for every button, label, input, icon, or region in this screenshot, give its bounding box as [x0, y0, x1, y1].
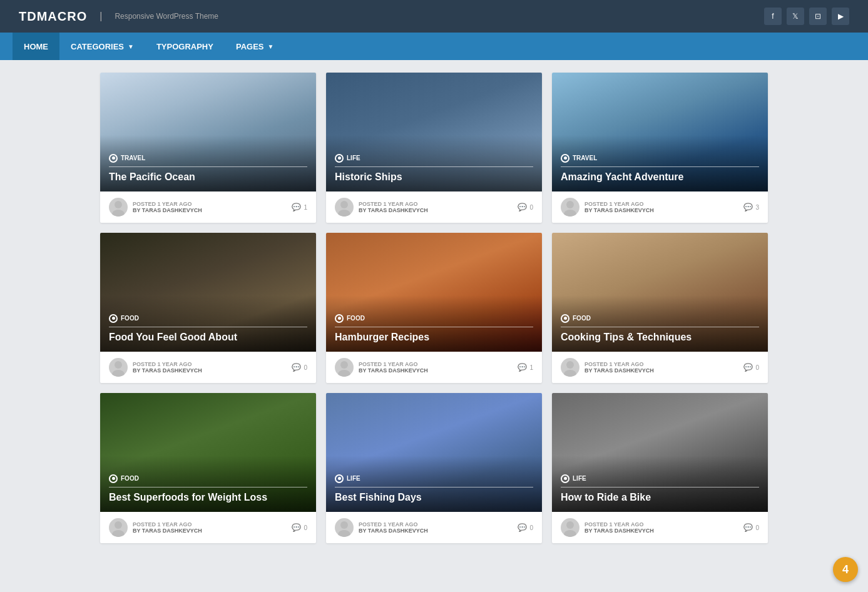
- posted-label: POSTED 1 YEAR AGO: [585, 201, 654, 207]
- comment-count: 0: [529, 524, 533, 531]
- card-title-divider: [109, 327, 307, 327]
- author-name: BY TARAS DASHKEVYCH: [133, 367, 202, 374]
- avatar: [109, 518, 128, 537]
- author-name: BY TARAS DASHKEVYCH: [585, 528, 654, 534]
- card-title: Best Fishing Days: [335, 491, 533, 503]
- category-dot-icon: [561, 474, 569, 483]
- nav-categories[interactable]: CATEGORIES ▼: [59, 33, 145, 60]
- author-name: BY TARAS DASHKEVYCH: [359, 528, 428, 534]
- card-title: The Pacific Ocean: [109, 171, 307, 183]
- category-label: FOOD: [121, 315, 139, 322]
- svg-point-1: [112, 210, 125, 217]
- card-item[interactable]: LIFE How to Ride a Bike POSTED 1 YEAR AG…: [552, 393, 768, 543]
- posted-label: POSTED 1 YEAR AGO: [359, 521, 428, 528]
- comment-icon: 💬: [292, 363, 301, 372]
- card-title: Amazing Yacht Adventure: [561, 171, 759, 183]
- card-image: LIFE Historic Ships: [326, 73, 542, 191]
- category-label: FOOD: [573, 315, 591, 322]
- card-comments: 💬 3: [743, 203, 759, 212]
- card-footer: POSTED 1 YEAR AGO BY TARAS DASHKEVYCH 💬 …: [326, 512, 542, 543]
- comment-icon: 💬: [292, 523, 301, 532]
- cards-grid: TRAVEL The Pacific Ocean POSTED 1 YEAR A…: [100, 73, 768, 543]
- instagram-icon[interactable]: ⊡: [809, 8, 827, 25]
- svg-point-5: [564, 210, 576, 217]
- card-footer: POSTED 1 YEAR AGO BY TARAS DASHKEVYCH 💬 …: [326, 352, 542, 383]
- card-overlay: TRAVEL The Pacific Ocean: [100, 135, 316, 191]
- card-author: POSTED 1 YEAR AGO BY TARAS DASHKEVYCH: [335, 198, 428, 217]
- site-header: TDMACRO | Responsive WordPress Theme f 𝕏…: [0, 0, 868, 33]
- comment-count: 0: [755, 524, 759, 531]
- card-footer: POSTED 1 YEAR AGO BY TARAS DASHKEVYCH 💬 …: [326, 191, 542, 223]
- card-item[interactable]: TRAVEL The Pacific Ocean POSTED 1 YEAR A…: [100, 73, 316, 223]
- card-title: Best Superfoods for Weight Loss: [109, 491, 307, 503]
- card-overlay: LIFE How to Ride a Bike: [552, 456, 768, 512]
- card-item[interactable]: TRAVEL Amazing Yacht Adventure POSTED 1 …: [552, 73, 768, 223]
- category-dot-icon: [561, 154, 569, 163]
- card-item[interactable]: FOOD Cooking Tips & Techniques POSTED 1 …: [552, 233, 768, 383]
- nav-home[interactable]: HOME: [13, 33, 59, 60]
- card-comments: 💬 1: [292, 203, 307, 212]
- avatar: [109, 198, 128, 217]
- card-overlay: LIFE Historic Ships: [326, 135, 542, 191]
- svg-point-7: [112, 370, 125, 377]
- posted-label: POSTED 1 YEAR AGO: [133, 201, 202, 207]
- card-footer: POSTED 1 YEAR AGO BY TARAS DASHKEVYCH 💬 …: [100, 191, 316, 223]
- card-item[interactable]: FOOD Food You Feel Good About POSTED 1 Y…: [100, 233, 316, 383]
- site-tagline: Responsive WordPress Theme: [115, 12, 218, 21]
- card-comments: 💬 0: [518, 523, 533, 532]
- card-author: POSTED 1 YEAR AGO BY TARAS DASHKEVYCH: [109, 198, 202, 217]
- card-title-divider: [561, 327, 759, 327]
- svg-point-4: [566, 201, 574, 208]
- comment-count: 1: [529, 364, 533, 371]
- social-icons: f 𝕏 ⊡ ▶: [764, 8, 849, 25]
- posted-label: POSTED 1 YEAR AGO: [133, 361, 202, 367]
- card-footer: POSTED 1 YEAR AGO BY TARAS DASHKEVYCH 💬 …: [552, 512, 768, 543]
- nav-typography[interactable]: TYPOGRAPHY: [145, 33, 225, 60]
- author-meta: POSTED 1 YEAR AGO BY TARAS DASHKEVYCH: [133, 201, 202, 213]
- card-overlay: LIFE Best Fishing Days: [326, 456, 542, 512]
- twitter-icon[interactable]: 𝕏: [787, 8, 804, 25]
- site-brand: TDMACRO | Responsive WordPress Theme: [19, 9, 218, 24]
- card-image: TRAVEL The Pacific Ocean: [100, 73, 316, 191]
- author-meta: POSTED 1 YEAR AGO BY TARAS DASHKEVYCH: [585, 201, 654, 213]
- svg-point-6: [115, 361, 122, 369]
- posted-label: POSTED 1 YEAR AGO: [133, 521, 202, 528]
- comment-icon: 💬: [743, 363, 753, 372]
- card-title: Hamburger Recipes: [335, 331, 533, 343]
- nav-pages[interactable]: PAGES ▼: [225, 33, 285, 60]
- card-item[interactable]: FOOD Hamburger Recipes POSTED 1 YEAR AGO…: [326, 233, 542, 383]
- posted-label: POSTED 1 YEAR AGO: [359, 201, 428, 207]
- svg-point-8: [340, 361, 348, 369]
- author-name: BY TARAS DASHKEVYCH: [585, 367, 654, 374]
- card-category: LIFE: [561, 474, 759, 483]
- card-comments: 💬 0: [292, 523, 307, 532]
- category-dot-icon: [335, 154, 344, 163]
- category-label: LIFE: [347, 475, 360, 482]
- card-category: FOOD: [109, 474, 307, 483]
- card-item[interactable]: LIFE Best Fishing Days POSTED 1 YEAR AGO…: [326, 393, 542, 543]
- card-category: TRAVEL: [109, 154, 307, 163]
- card-comments: 💬 0: [743, 523, 759, 532]
- card-title-divider: [109, 166, 307, 167]
- card-item[interactable]: LIFE Historic Ships POSTED 1 YEAR AGO BY…: [326, 73, 542, 223]
- category-dot-icon: [335, 314, 344, 323]
- svg-point-11: [564, 370, 576, 377]
- author-meta: POSTED 1 YEAR AGO BY TARAS DASHKEVYCH: [359, 521, 428, 534]
- card-title: Food You Feel Good About: [109, 331, 307, 343]
- card-category: TRAVEL: [561, 154, 759, 163]
- svg-point-17: [564, 530, 576, 537]
- card-title-divider: [335, 166, 533, 167]
- category-label: LIFE: [573, 475, 586, 482]
- card-footer: POSTED 1 YEAR AGO BY TARAS DASHKEVYCH 💬 …: [100, 352, 316, 383]
- author-meta: POSTED 1 YEAR AGO BY TARAS DASHKEVYCH: [133, 361, 202, 374]
- author-meta: POSTED 1 YEAR AGO BY TARAS DASHKEVYCH: [585, 521, 654, 534]
- posted-label: POSTED 1 YEAR AGO: [585, 361, 654, 367]
- card-author: POSTED 1 YEAR AGO BY TARAS DASHKEVYCH: [109, 358, 202, 377]
- comment-count: 0: [304, 364, 307, 371]
- card-item[interactable]: FOOD Best Superfoods for Weight Loss POS…: [100, 393, 316, 543]
- facebook-icon[interactable]: f: [764, 8, 782, 25]
- category-label: FOOD: [347, 315, 365, 322]
- card-image: FOOD Best Superfoods for Weight Loss: [100, 393, 316, 512]
- youtube-icon[interactable]: ▶: [832, 8, 849, 25]
- card-image: FOOD Cooking Tips & Techniques: [552, 233, 768, 352]
